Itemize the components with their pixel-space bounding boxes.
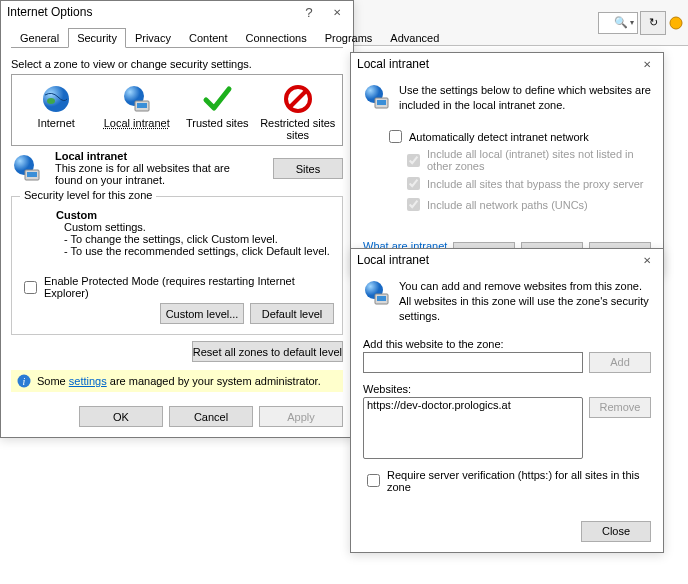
include-local-checkbox[interactable] — [407, 154, 420, 167]
require-https-checkbox[interactable] — [367, 474, 380, 487]
info-text: Some settings are managed by your system… — [37, 375, 321, 387]
titlebar: Local intranet — [351, 53, 663, 75]
add-button[interactable]: Add — [589, 352, 651, 373]
close-button[interactable] — [635, 251, 659, 269]
dialog-title: Internet Options — [7, 5, 92, 19]
dialog-desc: Use the settings below to define which w… — [399, 83, 651, 113]
svg-rect-10 — [27, 172, 37, 177]
svg-rect-15 — [377, 100, 386, 105]
remove-button[interactable]: Remove — [589, 397, 651, 418]
svg-point-1 — [43, 86, 69, 112]
security-level-legend: Security level for this zone — [20, 189, 156, 201]
zone-box: Internet Local intranet Trusted sites Re… — [11, 74, 343, 146]
zone-trusted-sites[interactable]: Trusted sites — [177, 81, 258, 143]
include-local-label: Include all local (intranet) sites not l… — [427, 148, 651, 172]
refresh-icon: ↻ — [649, 16, 658, 29]
auto-detect-label: Automatically detect intranet network — [409, 131, 589, 143]
zone-restricted-sites[interactable]: Restricted sites sites — [258, 81, 339, 143]
include-proxy-label: Include all sites that bypass the proxy … — [427, 178, 643, 190]
website-item[interactable]: https://dev-doctor.prologics.at — [365, 399, 581, 413]
close-button[interactable]: Close — [581, 521, 651, 542]
custom-level-button[interactable]: Custom level... — [160, 303, 244, 324]
cancel-button[interactable]: Cancel — [169, 406, 253, 427]
search-icon: 🔍 — [614, 16, 628, 29]
tab-connections[interactable]: Connections — [236, 28, 315, 48]
dialog-desc: You can add and remove websites from thi… — [399, 279, 651, 324]
refresh-button[interactable]: ↻ — [640, 11, 666, 35]
zone-internet[interactable]: Internet — [16, 81, 97, 143]
default-level-button[interactable]: Default level — [250, 303, 334, 324]
websites-listbox[interactable]: https://dev-doctor.prologics.at — [363, 397, 583, 459]
intranet-icon — [121, 83, 153, 115]
zone-label: Internet — [16, 117, 97, 129]
websites-label: Websites: — [363, 383, 651, 395]
no-entry-icon — [282, 83, 314, 115]
intranet-icon — [363, 279, 391, 324]
zone-desc-line2: found on your intranet. — [55, 174, 267, 186]
sites-button[interactable]: Sites — [273, 158, 343, 179]
protected-mode-label: Enable Protected Mode (requires restarti… — [44, 275, 334, 299]
apply-button[interactable]: Apply — [259, 406, 343, 427]
include-unc-checkbox[interactable] — [407, 198, 420, 211]
checkmark-icon — [201, 83, 233, 115]
help-icon: ? — [305, 5, 312, 20]
settings-link[interactable]: settings — [69, 375, 107, 387]
page-icon[interactable] — [668, 12, 684, 34]
intranet-icon — [363, 83, 391, 113]
search-box[interactable]: 🔍 ▾ — [598, 12, 638, 34]
tab-content[interactable]: Content — [180, 28, 237, 48]
tab-advanced[interactable]: Advanced — [381, 28, 448, 48]
zone-local-intranet[interactable]: Local intranet — [97, 81, 178, 143]
zone-sublabel: sites — [258, 129, 339, 141]
zone-label: Local intranet — [97, 117, 178, 129]
close-button[interactable] — [635, 55, 659, 73]
tabstrip: General Security Privacy Content Connect… — [11, 27, 343, 48]
protected-mode-checkbox[interactable] — [24, 281, 37, 294]
tab-privacy[interactable]: Privacy — [126, 28, 180, 48]
auto-detect-checkbox[interactable] — [389, 130, 402, 143]
svg-rect-5 — [137, 103, 147, 108]
chevron-down-icon: ▾ — [630, 18, 634, 27]
local-intranet-websites-dialog: Local intranet You can add and remove we… — [350, 248, 664, 553]
include-unc-label: Include all network paths (UNCs) — [427, 199, 588, 211]
reset-all-button[interactable]: Reset all zones to default level — [192, 341, 343, 362]
dialog-title: Local intranet — [357, 253, 429, 267]
svg-line-7 — [290, 91, 306, 107]
security-level-fieldset: Security level for this zone Custom Cust… — [11, 196, 343, 335]
ok-button[interactable]: OK — [79, 406, 163, 427]
globe-icon — [40, 83, 72, 115]
info-bar: i Some settings are managed by your syst… — [11, 370, 343, 392]
zone-desc-line1: This zone is for all websites that are — [55, 162, 267, 174]
add-website-label: Add this website to the zone: — [363, 338, 651, 350]
require-https-label: Require server verification (https:) for… — [387, 469, 651, 493]
custom-line3: - To use the recommended settings, click… — [64, 245, 334, 257]
select-zone-label: Select a zone to view or change security… — [11, 58, 343, 70]
custom-line1: Custom settings. — [64, 221, 334, 233]
svg-text:i: i — [23, 376, 26, 387]
internet-options-dialog: Internet Options ? General Security Priv… — [0, 0, 354, 438]
zone-title: Local intranet — [55, 150, 267, 162]
tab-security[interactable]: Security — [68, 28, 126, 48]
intranet-icon — [11, 150, 49, 186]
close-button[interactable] — [325, 3, 349, 21]
svg-rect-18 — [377, 296, 386, 301]
tab-general[interactable]: General — [11, 28, 68, 48]
add-website-input[interactable] — [363, 352, 583, 373]
info-icon: i — [17, 374, 31, 388]
titlebar: Internet Options ? — [1, 1, 353, 23]
titlebar: Local intranet — [351, 249, 663, 271]
tab-programs[interactable]: Programs — [316, 28, 382, 48]
local-intranet-settings-dialog: Local intranet Use the settings below to… — [350, 52, 664, 275]
zone-label: Trusted sites — [177, 117, 258, 129]
svg-point-0 — [670, 17, 682, 29]
custom-line2: - To change the settings, click Custom l… — [64, 233, 334, 245]
custom-heading: Custom — [56, 209, 334, 221]
help-button[interactable]: ? — [297, 3, 321, 21]
zone-label: Restricted sites — [258, 117, 339, 129]
include-proxy-checkbox[interactable] — [407, 177, 420, 190]
svg-point-2 — [47, 98, 55, 104]
dialog-title: Local intranet — [357, 57, 429, 71]
